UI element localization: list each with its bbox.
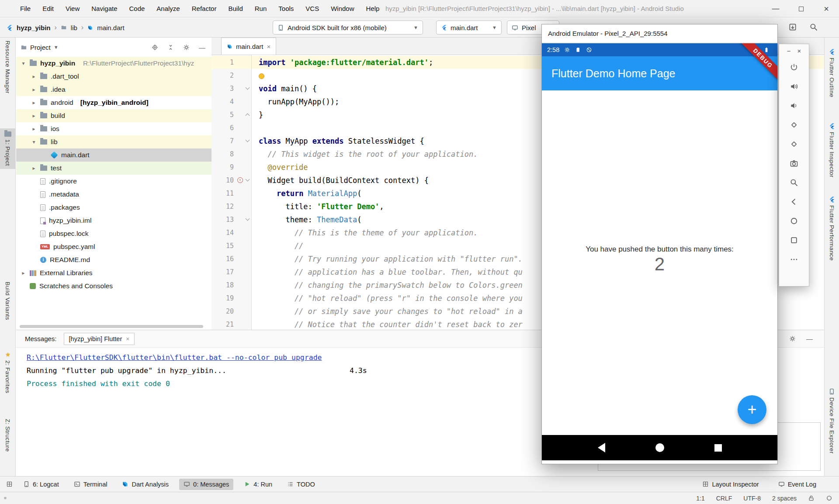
toolwindow-toggle-icon[interactable] xyxy=(0,495,7,501)
tree-item-test[interactable]: ▸test xyxy=(16,162,211,175)
run-config-selector[interactable]: main.dart ▼ xyxy=(436,21,502,35)
maximize-button[interactable] xyxy=(788,0,814,17)
emulator-camera-button[interactable] xyxy=(779,154,809,173)
gear-icon[interactable] xyxy=(183,44,190,51)
tree-item-hyzp-yibin-iml[interactable]: hyzp_yibin.iml xyxy=(16,214,211,227)
sidebar-item-build-variants[interactable]: Build Variants xyxy=(0,279,15,323)
fold-down-icon[interactable] xyxy=(246,138,250,142)
breadcrumb-project[interactable]: hyzp_yibin xyxy=(17,24,51,31)
chevron-right-icon[interactable]: ▸ xyxy=(31,165,37,171)
indent-indicator[interactable]: 2 spaces xyxy=(772,495,797,502)
emulator-rotate-right-button[interactable] xyxy=(779,135,809,154)
fold-down-icon[interactable] xyxy=(246,217,250,221)
console-command-link[interactable]: R:\Flutter\FlutterSDK\flutter\bin\flutte… xyxy=(27,353,322,362)
override-marker-icon[interactable]: ↑ xyxy=(237,177,243,183)
chevron-right-icon[interactable]: ▸ xyxy=(31,126,37,132)
fold-down-icon[interactable] xyxy=(246,86,250,90)
tree-item-ios[interactable]: ▸ios xyxy=(16,122,211,135)
chevron-right-icon[interactable]: ▸ xyxy=(31,86,37,93)
toolwindow-bars-icon[interactable] xyxy=(6,481,13,487)
tree-item-main-dart[interactable]: main.dart xyxy=(16,148,211,162)
tree-item-android[interactable]: ▸android[hyzp_yibin_android] xyxy=(16,96,211,109)
sidebar-item-structure[interactable]: Z: Structure xyxy=(0,416,15,455)
tool-button-6-logcat[interactable]: 6: Logcat xyxy=(19,479,63,490)
emulator-minimize-button[interactable]: − xyxy=(787,47,791,55)
chevron-right-icon[interactable]: ▸ xyxy=(31,73,37,79)
menu-code[interactable]: Code xyxy=(129,5,145,12)
minimize-button[interactable]: — xyxy=(763,0,788,17)
tree-item-external-libraries[interactable]: ▸External Libraries xyxy=(16,266,211,280)
close-tab-icon[interactable]: × xyxy=(126,335,129,342)
sidebar-item-flutter-performance[interactable]: Flutter Performance xyxy=(825,193,839,264)
tab-main-dart[interactable]: main.dart × xyxy=(221,38,276,55)
fab-button[interactable]: + xyxy=(738,395,766,424)
intention-bulb-icon[interactable] xyxy=(259,73,264,79)
emulator-rotate-left-button[interactable] xyxy=(779,115,809,135)
sidebar-item-resource-manager[interactable]: Resource Manager xyxy=(0,38,15,97)
menu-file[interactable]: File xyxy=(20,5,31,12)
close-tab-icon[interactable]: × xyxy=(267,43,271,50)
emulator-home-button[interactable] xyxy=(779,211,809,231)
encoding-indicator[interactable]: UTF-8 xyxy=(743,495,761,502)
breadcrumb-file[interactable]: main.dart xyxy=(97,24,125,31)
emulator-back-button[interactable] xyxy=(779,192,809,211)
chevron-right-icon[interactable]: ▸ xyxy=(31,113,37,119)
emulator-overview-button[interactable] xyxy=(779,231,809,250)
emulator-title-bar[interactable]: Android Emulator - Pixel_2_API_29:5554 xyxy=(542,24,777,43)
tool-button-terminal[interactable]: Terminal xyxy=(69,479,112,490)
emulator-screen[interactable]: 2:58 DEBUG Flutter Demo Home Page You ha… xyxy=(542,43,777,460)
nav-home-icon[interactable] xyxy=(655,443,664,452)
device-selector[interactable]: Android SDK built for x86 (mobile) ▼ xyxy=(273,21,423,35)
menu-edit[interactable]: Edit xyxy=(42,5,54,12)
fold-up-icon[interactable] xyxy=(246,114,250,118)
tree-item-build[interactable]: ▸build xyxy=(16,109,211,122)
emulator-more-button[interactable] xyxy=(779,250,809,269)
close-button[interactable]: × xyxy=(814,0,839,17)
gear-icon[interactable] xyxy=(789,335,796,342)
hide-panel-button[interactable]: — xyxy=(199,44,205,51)
menu-build[interactable]: Build xyxy=(228,5,243,12)
menu-run[interactable]: Run xyxy=(255,5,267,12)
tree-item-dart-tool[interactable]: ▸.dart_tool xyxy=(16,70,211,83)
chevron-down-icon[interactable]: ▾ xyxy=(31,139,37,145)
tree-item-scratches-and-consoles[interactable]: Scratches and Consoles xyxy=(16,280,211,293)
menu-refactor[interactable]: Refactor xyxy=(192,5,217,12)
menu-view[interactable]: View xyxy=(66,5,80,12)
menu-help[interactable]: Help xyxy=(366,5,380,12)
tab-flutter-console[interactable]: [hyzp_yibin] Flutter × xyxy=(64,333,135,345)
tree-item-hyzp-yibin[interactable]: ▾hyzp_yibinR:\FlutterProject\FlutterProj… xyxy=(16,57,211,70)
sidebar-item-flutter-inspector[interactable]: Flutter Inspector xyxy=(825,120,839,180)
project-panel-title[interactable]: Project xyxy=(30,44,51,51)
tree-item-pubspec-yaml[interactable]: YMLpubspec.yaml xyxy=(16,240,211,253)
search-everywhere-icon[interactable] xyxy=(809,23,818,31)
line-ending-indicator[interactable]: CRLF xyxy=(716,495,732,502)
nav-overview-icon[interactable] xyxy=(714,444,722,452)
fold-down-icon[interactable] xyxy=(246,177,250,182)
emulator-volume-up-button[interactable] xyxy=(779,77,809,96)
tree-item-metadata[interactable]: .metadata xyxy=(16,188,211,201)
breadcrumb-lib[interactable]: lib xyxy=(71,24,77,31)
emulator-zoom-button[interactable] xyxy=(779,173,809,192)
chevron-right-icon[interactable]: ▸ xyxy=(21,270,26,276)
tree-item-pubspec-lock[interactable]: pubspec.lock xyxy=(16,227,211,240)
menu-analyze[interactable]: Analyze xyxy=(156,5,180,12)
menu-navigate[interactable]: Navigate xyxy=(91,5,117,12)
tool-button-0-messages[interactable]: 0: Messages xyxy=(179,479,233,490)
tool-button-layout-inspector[interactable]: Layout Inspector xyxy=(698,479,763,490)
readonly-lock-icon[interactable] xyxy=(808,495,815,501)
chevron-down-icon[interactable]: ▾ xyxy=(21,60,26,66)
menu-window[interactable]: Window xyxy=(331,5,354,12)
chevron-right-icon[interactable]: ▸ xyxy=(31,100,37,106)
emulator-volume-down-button[interactable] xyxy=(779,96,809,115)
menu-tools[interactable]: Tools xyxy=(278,5,294,12)
tree-item-readme-md[interactable]: iREADME.md xyxy=(16,253,211,266)
tool-button-todo[interactable]: TODO xyxy=(283,479,319,490)
sidebar-item-device-file-explorer[interactable]: Device File Explorer xyxy=(825,385,839,457)
nav-back-icon[interactable] xyxy=(598,443,605,452)
hide-panel-button[interactable]: — xyxy=(806,335,813,342)
sidebar-item-flutter-outline[interactable]: Flutter Outline xyxy=(825,45,839,100)
menu-vcs[interactable]: VCS xyxy=(305,5,319,12)
tree-item-gitignore[interactable]: .gitignore xyxy=(16,175,211,188)
caret-position[interactable]: 1:1 xyxy=(696,495,704,502)
tree-item-lib[interactable]: ▾lib xyxy=(16,135,211,148)
